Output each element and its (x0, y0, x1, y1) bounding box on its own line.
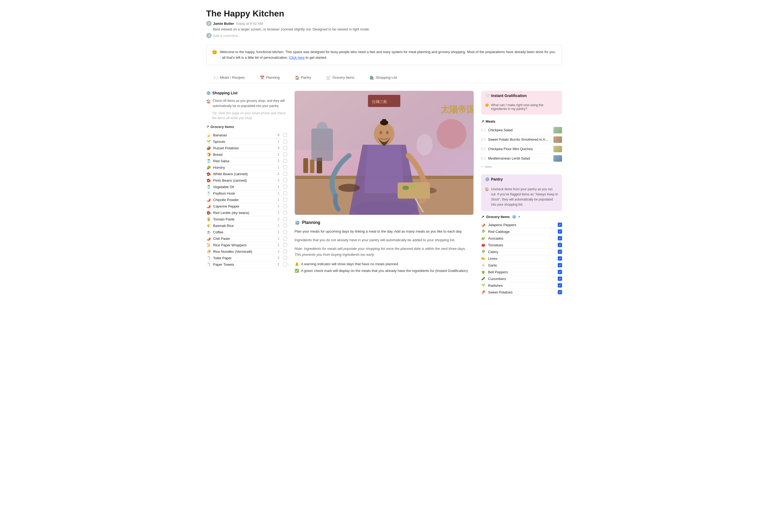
tab-icon-grocery: 🛒 (326, 75, 331, 80)
new-meal-button[interactable]: + New (481, 163, 562, 170)
grocery-item-checkbox[interactable] (283, 153, 287, 156)
grocery-right-icon: 🍋 (481, 257, 486, 260)
grocery-right-row: 🌶️ Jalapeno Peppers (481, 222, 562, 228)
grocery-items-link[interactable]: ↗ Grocery Items (206, 125, 287, 129)
pantry-desc-icon: 🏠 (485, 187, 489, 208)
meal-icon: 🍽️ (481, 156, 486, 160)
grocery-item-checkbox[interactable] (283, 165, 287, 169)
grocery-item-checkbox[interactable] (283, 185, 287, 189)
grocery-item-icon: 🌾 (206, 224, 211, 228)
grocery-item-icon: 🍜 (206, 250, 211, 254)
meal-row[interactable]: 🍽️ Chickpea Flour Mini Quiches (481, 144, 562, 154)
planning-note-text: Note: Ingredients for meals will populat… (295, 246, 474, 258)
grocery-item-checkbox[interactable] (283, 243, 287, 247)
svg-point-20 (402, 186, 409, 190)
grocery-item-row: 🌱 Sprouts 1 (206, 139, 287, 145)
grocery-item-checkbox[interactable] (283, 198, 287, 202)
grocery-item-row: 🌾 Basmati Rice 1 (206, 223, 287, 229)
nav-tab-planning[interactable]: 📅Planning (252, 73, 287, 83)
grocery-item-checkbox[interactable] (283, 159, 287, 163)
grocery-item-checkbox[interactable] (283, 204, 287, 208)
grocery-item-row: 🍌 Bananas 8 (206, 132, 287, 139)
grocery-item-row: 🥔 Russet Potatoes 4 (206, 145, 287, 151)
grocery-item-checkbox[interactable] (283, 256, 287, 260)
svg-text:拉麺三船: 拉麺三船 (372, 99, 387, 104)
welcome-icon: 😊 (212, 50, 217, 55)
grocery-item-icon: 🥫 (206, 217, 211, 221)
grocery-right-row: 🫑 Bell Peppers (481, 269, 562, 275)
grocery-right-checkbox[interactable] (558, 250, 562, 254)
nav-tab-pantry[interactable]: 🏠Pantry (287, 73, 319, 83)
grocery-right-checkbox[interactable] (558, 223, 562, 227)
grocery-item-name: White Beans (canned) (213, 172, 273, 176)
grocery-item-qty: 8 (275, 133, 280, 137)
grocery-right-checkbox[interactable] (558, 283, 562, 288)
grocery-item-icon: 🫘 (206, 178, 211, 182)
grocery-right-checkbox[interactable] (558, 270, 562, 274)
meal-thumbnail (553, 136, 562, 143)
grocery-item-icon: 🍌 (206, 133, 211, 137)
filter-icon[interactable]: ⚙️ (512, 215, 516, 219)
instant-gratification-body: 😊 What can I make right now using the in… (481, 101, 562, 115)
meal-row[interactable]: 🍽️ Chickpea Salad (481, 126, 562, 135)
grocery-item-checkbox[interactable] (283, 250, 287, 253)
grocery-item-checkbox[interactable] (283, 178, 287, 182)
meal-name: Mediterranean Lentil Salad (488, 156, 551, 160)
meal-row[interactable]: 🍽️ Sweet Potato Burrito Smothered in A..… (481, 135, 562, 144)
meal-row[interactable]: 🍽️ Mediterranean Lentil Salad (481, 154, 562, 163)
grocery-item-icon: 🌶️ (206, 204, 211, 208)
grocery-item-name: Coffee (213, 230, 273, 234)
grocery-item-row: 🧻 Paper Towels 2 (206, 261, 287, 268)
grocery-right-row: 🍅 Tomatoes (481, 242, 562, 248)
add-comment[interactable]: J Add a comment... (206, 33, 562, 38)
grocery-right-checkbox[interactable] (558, 263, 562, 267)
grocery-right-name: Radishes (488, 284, 556, 288)
grocery-right-checkbox[interactable] (558, 243, 562, 247)
grocery-right-checkbox[interactable] (558, 256, 562, 261)
hero-illustration: 太陽帝国 拉麺三船 (295, 91, 474, 215)
grocery-item-checkbox[interactable] (283, 172, 287, 176)
grocery-item-name: Russet Potatoes (213, 146, 273, 150)
welcome-link[interactable]: Click here (289, 56, 305, 60)
svg-rect-17 (310, 160, 314, 173)
grocery-item-row: 🫘 White Beans (canned) 2 (206, 171, 287, 177)
grocery-item-checkbox[interactable] (283, 133, 287, 137)
grocery-right-checkbox[interactable] (558, 229, 562, 234)
author-row: J Jamie Butler Today at 9:42 AM (206, 21, 562, 26)
dropdown-icon[interactable]: ▾ (518, 215, 520, 219)
grocery-item-name: Bread (213, 153, 273, 157)
grocery-item-icon: 🫙 (206, 159, 211, 163)
grocery-item-checkbox[interactable] (283, 146, 287, 150)
grocery-right-checkbox[interactable] (558, 277, 562, 281)
pantry-description: 🏠 Uncheck items from your pantry as you … (485, 187, 558, 208)
warning-text: A warning indicator will show days that … (301, 261, 399, 267)
grocery-item-checkbox[interactable] (283, 224, 287, 227)
grocery-link-label: Grocery Items (211, 125, 234, 129)
grocery-right-name: Tomatoes (488, 243, 556, 247)
svg-point-22 (416, 134, 433, 156)
grocery-right-checkbox[interactable] (558, 236, 562, 240)
meal-icon: 🍽️ (481, 147, 486, 151)
warning-indicator: ⚠️ A warning indicator will show days th… (295, 261, 474, 267)
grocery-right-name: Limes (488, 257, 556, 261)
nav-tab-meals[interactable]: 🍽️Meals / Recipes (206, 73, 252, 83)
grocery-item-qty: 2 (275, 262, 280, 266)
grocery-item-qty: 1 (275, 198, 280, 202)
grocery-item-checkbox[interactable] (283, 191, 287, 195)
planning-main-text: Plan your meals for upcoming days by lin… (295, 229, 474, 234)
grocery-item-checkbox[interactable] (283, 217, 287, 221)
author-name: Jamie Butler (213, 22, 234, 26)
grocery-right-icon: 🥬 (481, 230, 486, 233)
grocery-item-checkbox[interactable] (283, 140, 287, 143)
grocery-item-checkbox[interactable] (283, 237, 287, 240)
grocery-item-checkbox[interactable] (283, 211, 287, 215)
nav-tab-shopping[interactable]: 🛍️Shopping List (362, 73, 405, 83)
nav-tab-grocery[interactable]: 🛒Grocery Items (319, 73, 362, 83)
grocery-item-row: 🌶️ Chipotle Powder 1 (206, 197, 287, 203)
grocery-item-checkbox[interactable] (283, 230, 287, 234)
grocery-right-checkbox[interactable] (558, 290, 562, 294)
grocery-item-checkbox[interactable] (283, 262, 287, 266)
grocery-item-qty: 1 (275, 140, 280, 143)
svg-rect-16 (303, 158, 308, 173)
grocery-item-qty: 1 (275, 153, 280, 156)
